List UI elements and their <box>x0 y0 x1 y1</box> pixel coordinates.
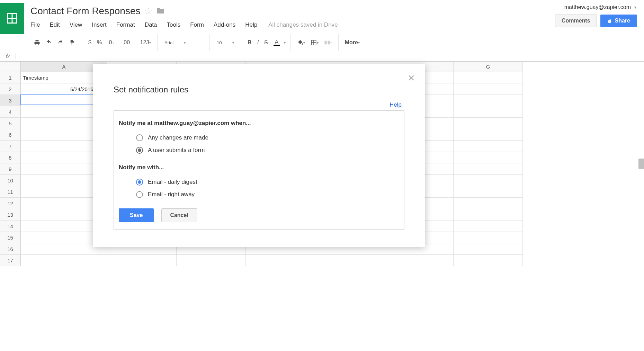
text-color-button[interactable]: A <box>271 37 283 48</box>
radio-daily-digest-label: Email - daily digest <box>148 179 197 186</box>
star-icon[interactable]: ☆ <box>144 6 152 17</box>
row-header[interactable]: 10 <box>0 175 21 186</box>
cell[interactable] <box>246 255 315 266</box>
font-size-select[interactable]: 10 ▾ <box>213 40 238 45</box>
row-header[interactable]: 6 <box>0 129 21 141</box>
radio-right-away[interactable] <box>136 191 143 198</box>
row-header[interactable]: 12 <box>0 198 21 209</box>
fx-label: fx <box>0 53 16 59</box>
menu-insert[interactable]: Insert <box>87 20 111 30</box>
menu-edit[interactable]: Edit <box>45 20 64 30</box>
paint-format-icon[interactable] <box>66 37 78 48</box>
undo-icon[interactable] <box>43 37 55 48</box>
help-link[interactable]: Help <box>390 101 402 108</box>
radio-submits-form[interactable] <box>136 147 143 154</box>
menu-format[interactable]: Format <box>111 20 140 30</box>
cancel-button[interactable]: Cancel <box>161 208 197 222</box>
save-status: All changes saved in Drive <box>268 21 338 28</box>
row-header[interactable]: 14 <box>0 220 21 232</box>
row-header[interactable]: 16 <box>0 243 21 255</box>
cell[interactable] <box>454 106 523 118</box>
cell[interactable] <box>454 129 523 141</box>
cell[interactable] <box>454 243 523 255</box>
row-header[interactable]: 3 <box>0 95 21 106</box>
notify-when-label: Notify me at matthew.guay@zapier.com whe… <box>119 120 399 127</box>
font-size: 10 <box>217 40 222 45</box>
percent-button[interactable]: % <box>94 37 105 48</box>
bold-button[interactable]: B <box>245 37 254 48</box>
cell[interactable] <box>177 255 246 266</box>
cell[interactable] <box>454 141 523 152</box>
notification-rules-dialog: Set notification rules Help Notify me at… <box>93 64 425 247</box>
notify-with-label: Notify me with... <box>119 164 399 171</box>
cell[interactable] <box>454 220 523 232</box>
cell[interactable] <box>384 255 454 266</box>
cell[interactable] <box>454 152 523 163</box>
cell[interactable] <box>454 83 523 95</box>
cell[interactable] <box>454 72 523 83</box>
toolbar: $ % .0← .00→ 123 ▾ Arial ▾ 10 ▾ B I S A … <box>0 34 644 51</box>
row-header[interactable]: 4 <box>0 106 21 118</box>
font-select[interactable]: Arial ▾ <box>161 40 206 45</box>
currency-button[interactable]: $ <box>86 37 94 48</box>
column-header[interactable]: G <box>454 62 523 72</box>
close-icon[interactable] <box>408 74 415 82</box>
cell[interactable] <box>454 198 523 209</box>
cell[interactable] <box>107 255 177 266</box>
menu-form[interactable]: Form <box>185 20 209 30</box>
document-title[interactable]: Contact Form Responses <box>30 6 140 17</box>
cell[interactable] <box>21 255 107 266</box>
row-header[interactable]: 7 <box>0 141 21 152</box>
cell[interactable] <box>454 255 523 266</box>
decrease-decimals-button[interactable]: .0← <box>105 37 119 48</box>
cell[interactable] <box>454 163 523 175</box>
cell[interactable] <box>454 209 523 220</box>
menu-bar: File Edit View Insert Format Data Tools … <box>30 20 555 30</box>
row-header[interactable]: 9 <box>0 163 21 175</box>
row-header[interactable]: 5 <box>0 118 21 129</box>
row-header[interactable]: 8 <box>0 152 21 163</box>
row-header[interactable]: 17 <box>0 255 21 266</box>
fill-color-button[interactable]: ▾ <box>294 37 308 48</box>
formula-input[interactable] <box>16 51 644 61</box>
cell[interactable] <box>454 118 523 129</box>
radio-submits-form-label: A user submits a form <box>148 147 205 154</box>
row-header[interactable]: 2 <box>0 83 21 95</box>
merge-button[interactable]: ▾ <box>321 38 335 47</box>
italic-button[interactable]: I <box>254 37 261 48</box>
folder-icon[interactable] <box>156 7 165 15</box>
sheets-logo[interactable] <box>0 3 24 34</box>
radio-daily-digest[interactable] <box>136 179 143 186</box>
cell[interactable] <box>454 232 523 243</box>
borders-button[interactable]: ▾ <box>308 37 321 48</box>
chevron-down-icon: ▾ <box>232 41 234 45</box>
cell[interactable] <box>454 186 523 198</box>
menu-data[interactable]: Data <box>140 20 162 30</box>
row-header[interactable]: 1 <box>0 72 21 83</box>
redo-icon[interactable] <box>55 37 66 48</box>
strike-button[interactable]: S <box>261 37 271 48</box>
row-header[interactable]: 15 <box>0 232 21 243</box>
more-button[interactable]: More ▾ <box>342 37 363 48</box>
menu-tools[interactable]: Tools <box>162 20 186 30</box>
comments-button[interactable]: Comments <box>555 15 597 27</box>
cell[interactable] <box>454 175 523 186</box>
row-header[interactable]: 11 <box>0 186 21 198</box>
increase-decimals-button[interactable]: .00→ <box>119 37 137 48</box>
cell[interactable] <box>315 255 384 266</box>
print-icon[interactable] <box>31 37 43 48</box>
user-menu[interactable]: matthew.guay@zapier.com ▼ <box>564 4 637 10</box>
menu-view[interactable]: View <box>65 20 87 30</box>
user-email-label: matthew.guay@zapier.com <box>564 4 631 10</box>
cell[interactable] <box>454 95 523 106</box>
lock-icon <box>607 18 612 23</box>
menu-file[interactable]: File <box>30 20 45 30</box>
menu-addons[interactable]: Add-ons <box>209 20 240 30</box>
radio-any-changes[interactable] <box>136 134 143 141</box>
scrollbar-thumb[interactable] <box>638 159 644 169</box>
number-format-button[interactable]: 123 ▾ <box>137 37 154 48</box>
share-button[interactable]: Share <box>600 15 637 27</box>
row-header[interactable]: 13 <box>0 209 21 220</box>
menu-help[interactable]: Help <box>240 20 262 30</box>
save-button[interactable]: Save <box>119 208 154 222</box>
